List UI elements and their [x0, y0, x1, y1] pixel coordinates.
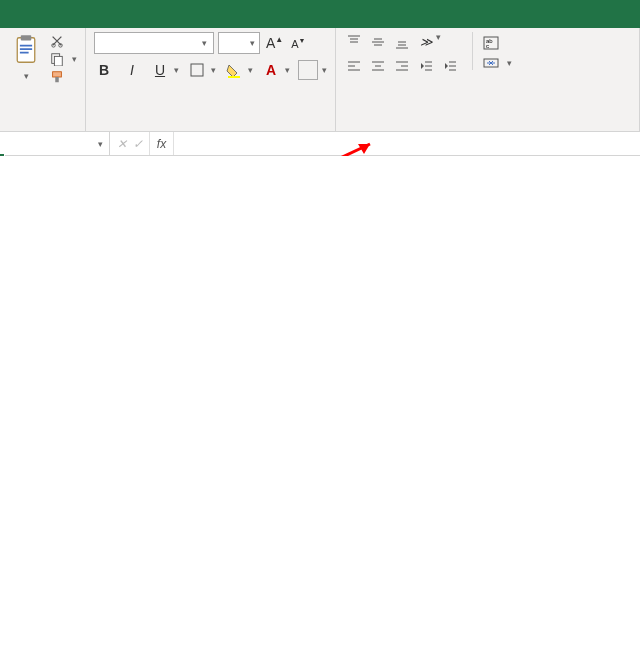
align-center-button[interactable]	[368, 56, 388, 76]
fill-color-button[interactable]	[224, 60, 244, 80]
font-size-select[interactable]: ▾	[218, 32, 260, 54]
svg-text:c: c	[486, 43, 489, 49]
merge-icon	[483, 56, 499, 70]
italic-button[interactable]: I	[122, 60, 142, 80]
svg-rect-4	[20, 52, 29, 54]
increase-font-button[interactable]: A▲	[264, 33, 285, 53]
group-font: ▾ ▾ A▲ A▼ B I U▾ ▾ ▾ A▾ ▾	[86, 28, 336, 131]
indent-increase-button[interactable]	[440, 56, 460, 76]
group-label-alignment	[344, 127, 631, 129]
decrease-font-button[interactable]: A▼	[289, 35, 307, 52]
group-clipboard: ▾ ▾	[0, 28, 86, 131]
underline-button[interactable]: U	[150, 60, 170, 80]
align-left-button[interactable]	[344, 56, 364, 76]
chevron-down-icon: ▾	[12, 71, 40, 81]
align-right-button[interactable]	[392, 56, 412, 76]
align-top-button[interactable]	[344, 32, 364, 52]
cut-button[interactable]	[50, 34, 77, 48]
group-label-font	[94, 127, 327, 129]
merge-center-button[interactable]: ▾	[483, 56, 512, 70]
scissors-icon	[50, 34, 64, 48]
wrap-text-button[interactable]: abc	[483, 36, 512, 50]
font-color-button[interactable]: A	[261, 60, 281, 80]
indent-decrease-button[interactable]	[416, 56, 436, 76]
paste-button[interactable]: ▾	[8, 32, 44, 83]
svg-rect-3	[20, 48, 32, 50]
copy-button[interactable]: ▾	[50, 52, 77, 66]
svg-rect-11	[191, 64, 203, 76]
format-painter-button[interactable]	[50, 70, 77, 84]
svg-rect-10	[55, 77, 59, 82]
formula-bar: ▾ ✕✓ fx	[0, 132, 640, 156]
svg-rect-1	[21, 35, 32, 40]
brush-icon	[50, 70, 64, 84]
ribbon-tabs	[0, 0, 640, 28]
border-button[interactable]	[187, 60, 207, 80]
align-bottom-button[interactable]	[392, 32, 412, 52]
chevron-down-icon: ▾	[250, 38, 255, 48]
group-alignment: ≫▾ abc ▾	[336, 28, 640, 131]
fx-button[interactable]: fx	[150, 132, 174, 155]
group-label-clipboard	[8, 127, 77, 129]
orientation-button[interactable]: ≫	[416, 32, 436, 52]
chevron-down-icon: ▾	[98, 139, 103, 149]
ribbon: ▾ ▾ ▾ ▾	[0, 28, 640, 132]
bold-button[interactable]: B	[94, 60, 114, 80]
phonetic-button[interactable]	[298, 60, 318, 80]
svg-rect-9	[53, 72, 62, 77]
svg-rect-12	[228, 76, 240, 78]
font-name-select[interactable]: ▾	[94, 32, 214, 54]
copy-icon	[50, 52, 64, 66]
chevron-down-icon: ▾	[202, 38, 207, 48]
svg-rect-8	[54, 56, 62, 66]
svg-rect-2	[20, 45, 32, 47]
align-middle-button[interactable]	[368, 32, 388, 52]
formula-cancel-accept: ✕✓	[110, 132, 150, 155]
wrap-icon: abc	[483, 36, 499, 50]
name-box[interactable]: ▾	[0, 132, 110, 155]
